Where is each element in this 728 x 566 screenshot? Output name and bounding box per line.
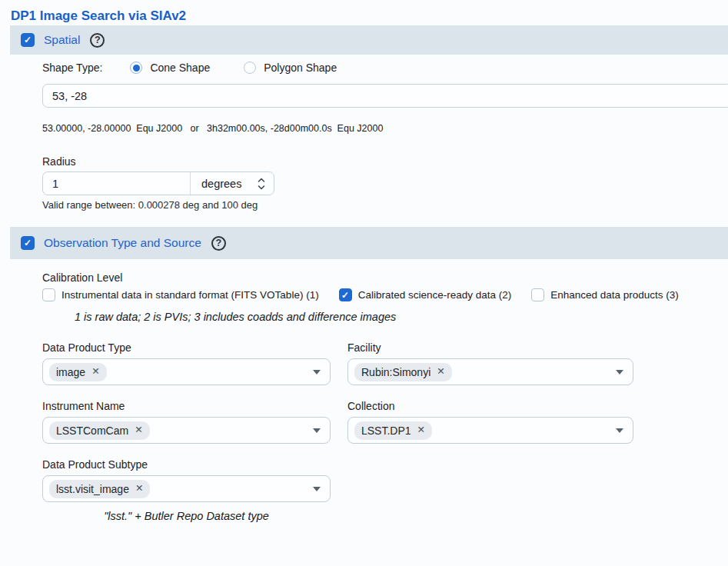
collection-combobox[interactable]: LSST.DP1 ✕: [347, 417, 633, 444]
chip-label: Rubin:Simonyi: [361, 366, 430, 378]
shape-type-row: Shape Type: Cone Shape Polygon Shape: [42, 62, 728, 74]
spatial-section-title: Spatial: [44, 33, 80, 47]
dropdown-arrow-icon[interactable]: [313, 370, 321, 375]
field-label: Facility: [347, 341, 633, 354]
shape-type-label: Shape Type:: [42, 62, 102, 74]
checkmark-icon: ✓: [24, 35, 32, 45]
field-data-product-type: Data Product Type image ✕: [42, 341, 331, 385]
radius-unit-select[interactable]: degrees: [191, 172, 274, 195]
radius-valid-range-hint: Valid range between: 0.000278 deg and 10…: [42, 199, 728, 211]
subtype-note: "lsst." + Butler Repo Dataset type: [42, 510, 331, 522]
radio-polygon-shape[interactable]: Polygon Shape: [244, 62, 337, 74]
spatial-section-body: Shape Type: Cone Shape Polygon Shape 53.…: [0, 62, 728, 211]
close-icon[interactable]: ✕: [91, 367, 99, 377]
chip-label: image: [56, 366, 85, 378]
observation-section-header: ✓ Observation Type and Source ?: [10, 227, 728, 259]
data-product-subtype-combobox[interactable]: lsst.visit_image ✕: [42, 475, 331, 502]
radio-cone-shape-label: Cone Shape: [150, 62, 210, 74]
field-label: Data Product Type: [42, 341, 331, 354]
field-collection: Collection LSST.DP1 ✕: [347, 400, 633, 444]
page-title: DP1 Image Search via SIAv2: [0, 0, 728, 25]
stepper-up-down-icon[interactable]: [257, 176, 266, 191]
close-icon[interactable]: ✕: [135, 484, 143, 494]
radio-icon[interactable]: [244, 62, 256, 74]
chip-label: LSST.DP1: [361, 424, 411, 437]
radio-icon[interactable]: [130, 62, 142, 74]
spatial-section-header: ✓ Spatial ?: [10, 25, 728, 55]
calibration-options-row: ✓ Instrumental data in standard format (…: [42, 288, 728, 301]
radius-field-group: degrees: [42, 171, 274, 195]
position-input[interactable]: [42, 84, 728, 108]
field-label: Instrument Name: [42, 400, 331, 412]
close-icon[interactable]: ✕: [417, 425, 425, 435]
radio-dot-icon: [133, 65, 140, 72]
close-icon[interactable]: ✕: [437, 367, 444, 377]
chip-label: lsst.visit_image: [56, 483, 129, 495]
checkbox[interactable]: ✓: [42, 288, 55, 301]
calibration-note: 1 is raw data; 2 is PVIs; 3 includes coa…: [75, 311, 728, 323]
instrument-name-combobox[interactable]: LSSTComCam ✕: [42, 417, 331, 444]
selected-chip: lsst.visit_image ✕: [49, 480, 150, 498]
data-product-type-combobox[interactable]: image ✕: [42, 358, 331, 385]
field-facility: Facility Rubin:Simonyi ✕: [347, 341, 633, 385]
radius-input[interactable]: [43, 172, 191, 195]
calibration-option-1-label: Instrumental data in standard format (FI…: [61, 289, 319, 301]
dropdown-arrow-icon[interactable]: [313, 428, 321, 433]
selected-chip: Rubin:Simonyi ✕: [354, 363, 452, 381]
position-hint: 53.00000, -28.00000 Equ J2000 or 3h32m00…: [42, 123, 728, 134]
field-label: Collection: [347, 400, 633, 412]
help-icon[interactable]: ?: [90, 33, 105, 48]
calibration-option-2-label: Calibrated science-ready data (2): [358, 289, 512, 301]
calibration-option-1[interactable]: ✓ Instrumental data in standard format (…: [42, 288, 319, 301]
calibration-option-3[interactable]: ✓ Enhanced data products (3): [531, 288, 679, 301]
calibration-level-label: Calibration Level: [42, 271, 728, 284]
selected-chip: image ✕: [49, 363, 107, 381]
field-label: Data Product Subtype: [42, 458, 331, 471]
dropdown-arrow-icon[interactable]: [616, 370, 623, 375]
observation-section-checkbox[interactable]: ✓: [21, 236, 35, 250]
radius-unit-value: degrees: [201, 178, 241, 190]
calibration-option-3-label: Enhanced data products (3): [550, 289, 679, 301]
checkmark-icon: ✓: [24, 238, 32, 248]
chip-label: LSSTComCam: [56, 424, 128, 437]
radio-polygon-shape-label: Polygon Shape: [264, 62, 337, 74]
checkbox[interactable]: ✓: [531, 288, 544, 301]
observation-section-title: Observation Type and Source: [44, 236, 201, 250]
dropdown-arrow-icon[interactable]: [313, 487, 321, 491]
selected-chip: LSSTComCam ✕: [49, 421, 150, 440]
radio-cone-shape[interactable]: Cone Shape: [130, 62, 210, 74]
spatial-section-checkbox[interactable]: ✓: [21, 33, 35, 47]
checkmark-icon: ✓: [341, 291, 349, 300]
selected-chip: LSST.DP1 ✕: [354, 421, 432, 440]
field-grid: Data Product Type image ✕ Facility Rubin…: [42, 341, 728, 502]
facility-combobox[interactable]: Rubin:Simonyi ✕: [347, 358, 633, 385]
field-instrument-name: Instrument Name LSSTComCam ✕: [42, 400, 331, 444]
calibration-option-2[interactable]: ✓ Calibrated science-ready data (2): [339, 288, 512, 301]
close-icon[interactable]: ✕: [135, 425, 142, 435]
dropdown-arrow-icon[interactable]: [616, 428, 623, 433]
radius-label: Radius: [42, 155, 728, 168]
observation-section-body: Calibration Level ✓ Instrumental data in…: [0, 271, 728, 522]
field-data-product-subtype: Data Product Subtype lsst.visit_image ✕: [42, 458, 331, 502]
checkbox[interactable]: ✓: [339, 288, 352, 301]
help-icon[interactable]: ?: [211, 236, 226, 251]
